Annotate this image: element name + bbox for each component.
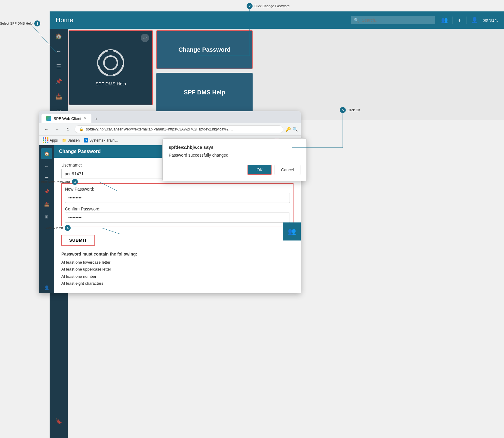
inner-sidebar-home[interactable]: 🏠	[41, 148, 52, 159]
search-input[interactable]	[351, 16, 435, 24]
annotation-4-number: 4	[67, 226, 69, 230]
tile-spf-dms-help-2[interactable]: SPF DMS Help	[156, 73, 253, 112]
sidebar-item-inbox[interactable]: 📥	[50, 89, 68, 104]
inner-sidebar: 🏠 ← ☰ 📌 📥 ⊞ 👤	[39, 145, 54, 293]
requirements-title: Password must contain the following:	[61, 252, 293, 256]
page-title: Home	[56, 16, 73, 24]
sidebar-item-bookmark[interactable]: 🔖	[55, 414, 62, 429]
sidebar-item-list[interactable]: ☰	[50, 59, 68, 74]
secondary-toolbar-icon: 👥	[283, 222, 301, 240]
confirm-password-input[interactable]	[65, 213, 290, 223]
annotation-3-number: 3	[74, 180, 76, 184]
browser-refresh-button[interactable]: ↻	[64, 125, 72, 133]
user-icon[interactable]: 👤	[471, 17, 478, 23]
toolbar-person-icon: 👥	[288, 228, 296, 235]
inner-sidebar-inbox[interactable]: 📥	[41, 199, 52, 210]
top-bar: Home 🔍 👥 + 👤 petr914.	[50, 11, 504, 29]
browser-tab-new[interactable]: +	[92, 115, 100, 123]
tiles-container: ↩ SPF DMS Help Change Password SPF DMS H…	[69, 30, 253, 112]
url-lock-icon: 🔒	[79, 127, 84, 131]
annotation-2-line	[250, 9, 250, 57]
browser-tab-close[interactable]: ✕	[84, 116, 87, 121]
confirm-password-label: Confirm Password:	[65, 207, 290, 211]
bookmark-systems-label: Systems - Traini...	[89, 138, 118, 142]
annotation-5-number: 5	[342, 108, 344, 112]
bookmark-jansen-label: Jansen	[68, 138, 80, 142]
username-display: petr914.	[483, 18, 498, 23]
browser-tab-label: SPF Web Client	[54, 116, 81, 121]
dialog-cancel-button[interactable]: Cancel	[275, 165, 300, 175]
tiles-right-column: Change Password SPF DMS Help	[156, 30, 253, 112]
annotation-5-bubble: 5	[340, 107, 346, 113]
divider	[453, 17, 453, 24]
browser-forward-button[interactable]: →	[53, 125, 61, 133]
annotation-4-bubble: 4	[65, 225, 71, 231]
inner-sidebar-pin[interactable]: 📌	[41, 186, 52, 197]
bookmark-apps[interactable]: Apps	[43, 137, 58, 143]
new-password-input[interactable]	[65, 193, 290, 203]
annotation-3-label: Enter New Password	[39, 180, 70, 184]
submit-button[interactable]: SUBMIT	[61, 235, 95, 246]
bookmark-jansen[interactable]: 📁 Jansen	[62, 138, 80, 142]
annotation-5-line	[343, 113, 343, 149]
add-icon[interactable]: +	[458, 17, 461, 24]
tile-spf-dms-help-2-label: SPF DMS Help	[184, 89, 225, 96]
folder-icon: 📁	[62, 138, 67, 142]
ok-label: OK	[257, 167, 263, 172]
bookmark-systems[interactable]: S Systems - Traini...	[84, 138, 118, 142]
users-icon[interactable]: 👥	[441, 17, 448, 23]
tile-change-password-label: Change Password	[178, 46, 230, 53]
browser-nav-bar: ← → ↻ 🔒 spfdev2.hbjv.ca/JansenWeb/#/exte…	[39, 123, 301, 136]
form-title: Change Password	[59, 149, 101, 154]
requirements-section: Password must contain the following: At …	[61, 252, 293, 287]
dialog-title: spfdev2.hbjv.ca says	[169, 145, 300, 150]
annotation-1-label: Select SPF DMS Help	[0, 22, 32, 25]
divider	[466, 17, 466, 24]
tile-back-button[interactable]: ↩	[141, 34, 149, 42]
cancel-label: Cancel	[281, 167, 294, 172]
search-wrapper: 🔍	[351, 16, 435, 24]
sidebar-bottom: 🔖	[55, 414, 62, 435]
new-password-label: New Password:	[65, 187, 290, 191]
svg-line-3	[99, 182, 117, 191]
annotation-2-label: Click Change Password	[254, 4, 290, 8]
annotation-2-bubble: 2	[247, 3, 253, 9]
inner-sidebar-user[interactable]: 👤	[41, 282, 52, 293]
systems-icon: S	[84, 138, 88, 142]
dialog-ok-button[interactable]: OK	[247, 165, 272, 175]
annotation-4-label: Click Submit	[45, 226, 63, 230]
tile-icon-inner	[103, 55, 118, 70]
inner-sidebar-apps[interactable]: ⊞	[41, 211, 52, 222]
annotation-4-line	[102, 228, 126, 237]
top-bar-icons: 👥 + 👤 petr914.	[441, 17, 498, 24]
annotation-1-line	[30, 23, 90, 60]
tile-spf-dms-help-label: SPF DMS Help	[95, 81, 126, 86]
browser-key-icon[interactable]: 🔑	[286, 127, 291, 132]
browser-tab-active[interactable]: SPF Web Client ✕	[41, 114, 91, 123]
annotation-5-label: Click OK	[348, 108, 361, 112]
browser-zoom-icon[interactable]: 🔍	[293, 127, 298, 132]
browser-tab-favicon	[46, 116, 51, 121]
browser-url-bar[interactable]: 🔒 spfdev2.hbjv.ca/JansenWeb/#/external;a…	[75, 125, 283, 133]
submit-label: SUBMIT	[69, 238, 87, 243]
annotation-1: Select SPF DMS Help 1	[0, 20, 40, 26]
url-text: spfdev2.hbjv.ca/JansenWeb/#/external;api…	[86, 127, 233, 131]
inner-sidebar-back[interactable]: ←	[41, 161, 52, 172]
browser-back-button[interactable]: ←	[42, 125, 51, 133]
annotation-3-line	[99, 182, 129, 194]
annotation-2-number: 2	[249, 4, 250, 8]
annotation-4: Click Submit 4	[45, 225, 71, 231]
req-item-1: At least one lowercase letter	[61, 259, 293, 266]
annotation-5: 5 Click OK	[340, 107, 361, 113]
tile-help-icon	[97, 49, 124, 76]
dialog-message: Password successfully changed.	[169, 153, 300, 158]
tile-change-password[interactable]: Change Password	[156, 30, 253, 69]
dialog-box: spfdev2.hbjv.ca says Password successful…	[162, 138, 307, 181]
form-fields: Username: New Password: Confirm Password…	[60, 163, 295, 287]
annotation-3: Enter New Password 3	[39, 179, 78, 185]
req-item-2: At least one uppercase letter	[61, 266, 293, 273]
req-item-3: At least one number	[61, 273, 293, 280]
sidebar-item-pin[interactable]: 📌	[50, 74, 68, 89]
annotation-2: 2 Click Change Password	[247, 3, 290, 9]
new-password-field-group: New Password: Confirm Password:	[61, 183, 293, 226]
